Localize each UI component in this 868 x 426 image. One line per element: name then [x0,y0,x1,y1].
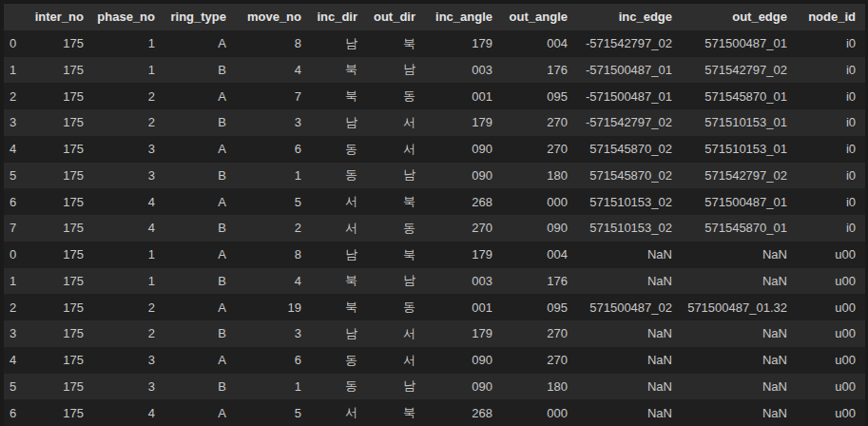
table-cell: i0 [797,215,865,242]
header-cell: inc_angle [425,4,502,30]
header-cell: inc_edge [577,4,682,30]
table-cell: i0 [797,188,865,215]
table-cell: NaN [577,347,682,374]
table-cell: B [164,57,236,84]
table-row: 41753A6동서090270571545870_02571510153_01i… [4,136,865,163]
table-cell: NaN [682,374,797,400]
table-cell: 서 [367,347,425,374]
header-cell: inc_dir [311,4,367,30]
table-cell: 095 [502,294,577,320]
table-cell: 270 [502,320,577,347]
table-cell: 5 [236,188,311,215]
table-cell: 북 [367,188,425,215]
table-cell: 001 [425,83,502,109]
table-cell: 4 [93,215,164,242]
table-cell: 175 [32,30,93,57]
table-cell: 4 [236,268,311,295]
index-cell: 5 [4,163,32,189]
table-cell: 19 [236,294,311,320]
table-row: 71754B2서동270090571510153_02571545870_01i… [4,215,865,242]
table-cell: 북 [311,268,367,295]
table-cell: 175 [32,374,93,400]
table-cell: 북 [311,57,367,84]
table-cell: 8 [236,242,311,268]
table-cell: 4 [93,399,164,426]
table-cell: 180 [502,374,577,400]
header-row: inter_nophase_noring_typemove_noinc_diro… [4,4,865,30]
table-cell: 176 [502,57,577,84]
table-cell: 004 [502,242,577,268]
table-cell: NaN [682,320,797,347]
table-cell: 571545870_02 [577,136,682,163]
table-cell: 270 [502,109,577,136]
table-cell: i0 [797,83,865,109]
table-cell: 2 [93,83,164,109]
table-cell: 003 [425,57,502,84]
header-cell: ring_type [164,4,236,30]
table-cell: 2 [236,215,311,242]
table-cell: 동 [311,136,367,163]
table-cell: 571500487_01 [682,188,797,215]
table-cell: 571545870_02 [577,163,682,189]
table-cell: 571510153_01 [682,109,797,136]
table-row: 31752B3남서179270NaNNaNu00 [4,320,865,347]
table-header: inter_nophase_noring_typemove_noinc_diro… [4,4,865,30]
table-cell: B [164,109,236,136]
table-cell: 175 [32,188,93,215]
table-cell: 1 [93,30,164,57]
table-cell: 1 [93,268,164,295]
table-cell: -571500487_01 [577,83,682,109]
table-row: 31752B3남서179270-571542797_02571510153_01… [4,109,865,136]
table-cell: 1 [93,57,164,84]
table-cell: 3 [236,320,311,347]
table-cell: 서 [367,109,425,136]
table-cell: 175 [32,215,93,242]
table-cell: 동 [367,83,425,109]
table-cell: 175 [32,57,93,84]
table-row: 61754A5서북268000NaNNaNu00 [4,399,865,426]
header-cell: inter_no [32,4,93,30]
table-cell: 3 [93,136,164,163]
index-cell: 7 [4,215,32,242]
table-row: 11751B4북남003176NaNNaNu00 [4,268,865,295]
table-cell: 179 [425,320,502,347]
table-cell: -571542797_02 [577,30,682,57]
table-cell: 남 [367,268,425,295]
table-cell: 180 [502,163,577,189]
table-cell: 175 [32,399,93,426]
table-cell: 090 [425,136,502,163]
table-cell: 090 [502,215,577,242]
table-cell: 270 [502,347,577,374]
table-cell: u00 [797,374,865,400]
table-cell: 3 [93,163,164,189]
table-cell: 동 [367,294,425,320]
table-cell: 175 [32,294,93,320]
index-cell: 0 [4,242,32,268]
table-cell: 3 [236,109,311,136]
table-cell: A [164,136,236,163]
table-cell: A [164,30,236,57]
table-cell: i0 [797,109,865,136]
table-cell: -571542797_02 [577,109,682,136]
table-cell: 179 [425,30,502,57]
table-cell: 571500487_02 [577,294,682,320]
table-cell: 서 [311,188,367,215]
table-cell: 000 [502,399,577,426]
table-cell: 571500487_01 [682,30,797,57]
table-cell: NaN [682,347,797,374]
table-cell: 서 [311,399,367,426]
table-cell: 571542797_02 [682,163,797,189]
table-cell: u00 [797,242,865,268]
table-cell: 남 [311,109,367,136]
table-row: 61754A5서북268000571510153_02571500487_01i… [4,188,865,215]
table-cell: 090 [425,347,502,374]
table-cell: 1 [93,242,164,268]
index-cell: 3 [4,320,32,347]
table-cell: 동 [367,215,425,242]
index-cell: 0 [4,30,32,57]
table-cell: 8 [236,30,311,57]
table-cell: 북 [311,294,367,320]
table-cell: B [164,163,236,189]
table-cell: 남 [367,57,425,84]
table-row: 01751A8남북179004-571542797_02571500487_01… [4,30,865,57]
